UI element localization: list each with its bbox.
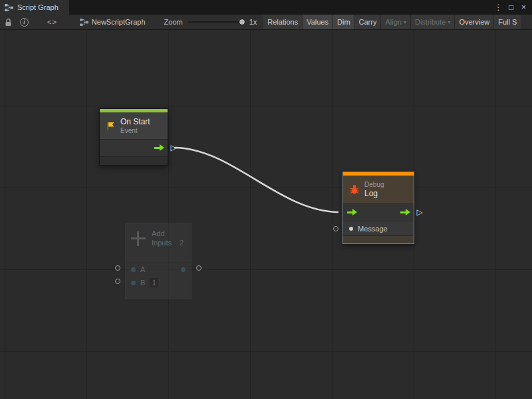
carry-button[interactable]: Carry — [354, 15, 381, 29]
node-debug-log[interactable]: Debug Log Message — [342, 172, 414, 244]
message-port-label: Message — [358, 225, 388, 233]
titlebar: Script Graph ⋮ □ × — [0, 0, 532, 15]
add-node-title: Add — [152, 229, 184, 237]
port-a-dot[interactable] — [131, 267, 136, 272]
values-button[interactable]: Values — [302, 15, 332, 29]
port-row-a: A — [126, 263, 191, 276]
port-b-label: B — [140, 279, 145, 287]
debug-footer — [343, 235, 414, 243]
overview-button[interactable]: Overview — [454, 15, 493, 29]
on-start-port-row — [100, 139, 168, 156]
on-start-footer — [100, 156, 168, 165]
wire-onstart-to-log[interactable] — [174, 148, 338, 212]
debug-category: Debug — [364, 181, 384, 188]
debug-output-arrow-icon[interactable] — [400, 209, 410, 216]
port-b-value-field[interactable]: 1 — [150, 278, 158, 287]
message-port-dot[interactable] — [349, 227, 353, 231]
graph-asset-icon — [80, 19, 88, 26]
debug-message-port-circle[interactable] — [333, 226, 338, 231]
add-inputs-label: Inputs — [152, 239, 172, 247]
add-output-circle[interactable] — [196, 265, 201, 271]
titlebar-spacer — [69, 0, 493, 15]
close-button[interactable]: × — [518, 0, 529, 15]
graph-toolbar: i <> NewScriptGraph Zoom 1x Relations Va… — [0, 15, 532, 30]
window-menu-button[interactable]: ⋮ — [493, 0, 504, 15]
add-output-dot[interactable] — [181, 267, 186, 272]
graph-asset-reference[interactable]: NewScriptGraph — [80, 18, 146, 26]
plus-icon — [131, 231, 146, 246]
bug-icon — [349, 184, 360, 195]
code-icon[interactable]: <> — [47, 18, 57, 26]
add-node-header: Add Inputs 2 — [126, 223, 191, 262]
on-start-subtitle: Event — [120, 127, 150, 134]
align-button: Align ▾ — [380, 15, 410, 29]
tab-title: Script Graph — [17, 3, 59, 11]
on-start-title: On Start — [120, 117, 150, 126]
debug-header: Debug Log — [343, 176, 414, 203]
port-a-label: A — [140, 265, 145, 273]
flag-icon — [106, 121, 116, 131]
add-node-ports: A B 1 — [126, 262, 191, 289]
zoom-slider-track — [188, 21, 245, 23]
dim-button[interactable]: Dim — [332, 15, 354, 29]
script-graph-window: Script Graph ⋮ □ × i <> — [0, 0, 532, 399]
align-button-label: Align — [385, 18, 401, 26]
add-inputs-count[interactable]: 2 — [180, 239, 184, 247]
on-start-header: On Start Event — [100, 112, 168, 139]
node-add-ghost[interactable]: Add Inputs 2 A B 1 — [125, 223, 192, 299]
debug-input-arrow-icon[interactable] — [346, 209, 357, 216]
graph-name-label: NewScriptGraph — [92, 18, 146, 26]
add-port-a-circle[interactable] — [115, 265, 120, 271]
zoom-label: Zoom — [164, 18, 183, 26]
debug-exit-triangle-icon[interactable]: ▷ — [416, 208, 422, 216]
toolbar-buttons: Relations Values Dim Carry Align ▾ Distr… — [263, 15, 521, 29]
distribute-button: Distribute ▾ — [410, 15, 454, 29]
add-node-footer — [126, 289, 191, 299]
graph-canvas[interactable]: On Start Event D — [0, 30, 532, 399]
zoom-slider[interactable] — [188, 18, 245, 26]
port-b-dot[interactable] — [131, 281, 136, 285]
debug-flow-row — [343, 203, 414, 221]
script-graph-tab-icon — [5, 4, 13, 11]
zoom-value: 1x — [249, 18, 257, 26]
connection-layer — [0, 30, 532, 399]
debug-title: Log — [364, 189, 384, 198]
lock-icon[interactable] — [4, 18, 12, 27]
chevron-down-icon: ▾ — [448, 19, 450, 25]
maximize-button[interactable]: □ — [505, 0, 517, 15]
port-row-b: B 1 — [126, 276, 191, 289]
add-port-b-circle[interactable] — [115, 279, 120, 284]
on-start-exit-triangle-icon[interactable]: ▷ — [170, 144, 176, 152]
fullscreen-button[interactable]: Full S — [493, 15, 521, 29]
window-controls: ⋮ □ × — [493, 0, 532, 15]
on-start-output-arrow-icon[interactable] — [154, 144, 164, 152]
debug-message-row: Message — [343, 221, 414, 235]
zoom-slider-knob[interactable] — [239, 19, 245, 25]
distribute-button-label: Distribute — [415, 18, 446, 26]
info-icon[interactable]: i — [20, 18, 29, 27]
node-on-start[interactable]: On Start Event — [99, 108, 168, 166]
tab-script-graph[interactable]: Script Graph — [0, 0, 69, 15]
chevron-down-icon: ▾ — [404, 19, 406, 25]
relations-button[interactable]: Relations — [263, 15, 302, 29]
